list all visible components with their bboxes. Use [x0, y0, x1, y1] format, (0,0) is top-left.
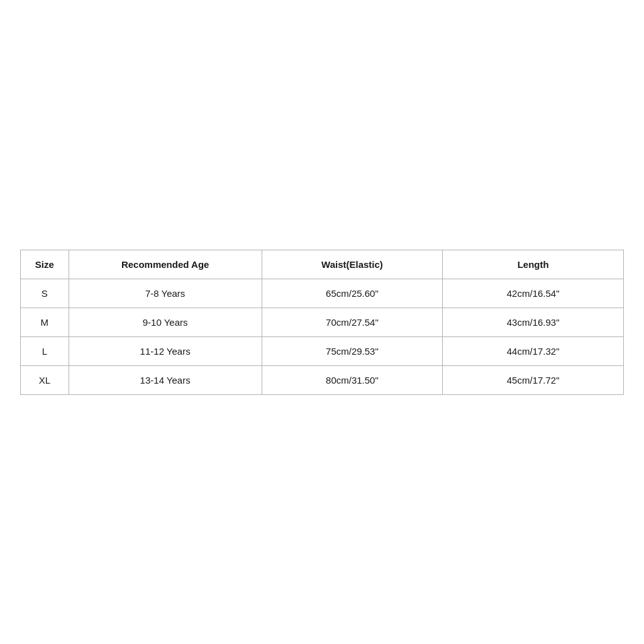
table-row: XL13-14 Years80cm/31.50"45cm/17.72" — [21, 365, 624, 394]
cell-size: M — [21, 308, 69, 336]
table-container: Size Recommended Age Waist(Elastic) Leng… — [20, 250, 624, 395]
header-waist: Waist(Elastic) — [262, 250, 443, 279]
page-wrapper: Size Recommended Age Waist(Elastic) Leng… — [0, 0, 644, 644]
header-length: Length — [443, 250, 624, 279]
cell-waist: 70cm/27.54" — [262, 308, 443, 336]
cell-waist: 80cm/31.50" — [262, 365, 443, 394]
table-row: S7-8 Years65cm/25.60"42cm/16.54" — [21, 279, 624, 308]
cell-length: 44cm/17.32" — [443, 336, 624, 365]
cell-size: XL — [21, 365, 69, 394]
cell-waist: 65cm/25.60" — [262, 279, 443, 308]
table-row: M9-10 Years70cm/27.54"43cm/16.93" — [21, 308, 624, 336]
size-chart-table: Size Recommended Age Waist(Elastic) Leng… — [20, 250, 624, 395]
header-recommended-age: Recommended Age — [69, 250, 262, 279]
cell-waist: 75cm/29.53" — [262, 336, 443, 365]
cell-size: L — [21, 336, 69, 365]
header-size: Size — [21, 250, 69, 279]
cell-age: 9-10 Years — [69, 308, 262, 336]
table-header-row: Size Recommended Age Waist(Elastic) Leng… — [21, 250, 624, 279]
cell-size: S — [21, 279, 69, 308]
cell-age: 7-8 Years — [69, 279, 262, 308]
table-row: L11-12 Years75cm/29.53"44cm/17.32" — [21, 336, 624, 365]
cell-length: 43cm/16.93" — [443, 308, 624, 336]
cell-age: 13-14 Years — [69, 365, 262, 394]
cell-age: 11-12 Years — [69, 336, 262, 365]
cell-length: 45cm/17.72" — [443, 365, 624, 394]
cell-length: 42cm/16.54" — [443, 279, 624, 308]
